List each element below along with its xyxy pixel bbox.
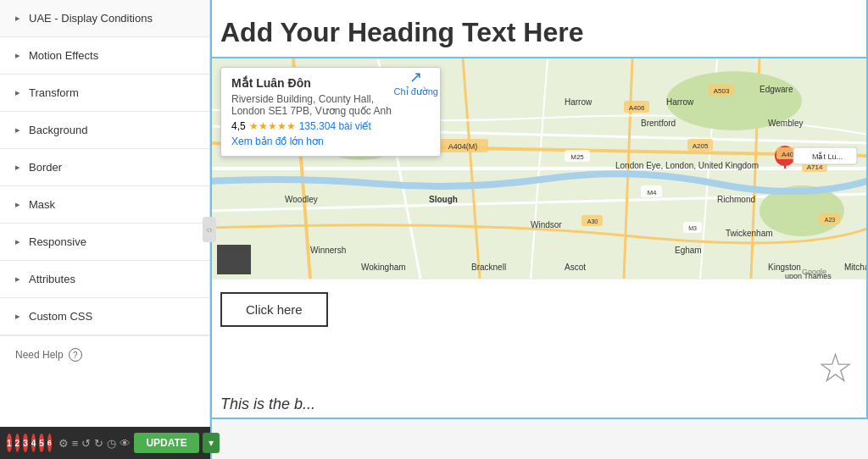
sidebar-item-label: UAE - Display Conditions xyxy=(29,12,153,25)
sidebar-item-label: Attributes xyxy=(29,273,75,285)
toolbar-badge-2[interactable]: 2 xyxy=(15,434,20,452)
page-area: Add Your Heading Text Here xyxy=(210,0,868,459)
svg-text:M25: M25 xyxy=(570,153,584,161)
settings-icon[interactable]: ⚙ xyxy=(58,434,69,452)
sidebar-item-background[interactable]: ▸ Background xyxy=(0,112,209,149)
heading-area: Add Your Heading Text Here xyxy=(212,0,866,58)
svg-text:Kingston: Kingston xyxy=(768,263,801,272)
svg-text:A23: A23 xyxy=(825,217,836,223)
click-here-button[interactable]: Click here xyxy=(220,292,328,327)
need-help-section[interactable]: Need Help ? xyxy=(0,335,209,373)
toolbar-badge-4[interactable]: 4 xyxy=(31,434,36,452)
chevron-icon: ▸ xyxy=(15,87,20,98)
map-link[interactable]: Xem bản đồ lớn hơn xyxy=(231,135,324,147)
svg-text:A205: A205 xyxy=(693,142,709,150)
help-icon[interactable]: ? xyxy=(69,348,82,362)
svg-text:Wembley: Wembley xyxy=(768,119,804,128)
button-area: Click here xyxy=(212,279,866,340)
undo-icon[interactable]: ↺ xyxy=(81,434,91,452)
directions-button[interactable]: ↗ Chỉ đường xyxy=(394,68,438,97)
sidebar-item-uae-display[interactable]: ▸ UAE - Display Conditions xyxy=(0,0,209,37)
map-container: A404(M) M25 M4 Slough Windsor Winnersh W… xyxy=(212,58,866,279)
chevron-icon: ▸ xyxy=(15,236,20,247)
main-content: Add Your Heading Text Here xyxy=(210,0,868,459)
sidebar-item-motion-effects[interactable]: ▸ Motion Effects xyxy=(0,37,209,75)
update-button[interactable]: UPDATE xyxy=(134,433,198,453)
svg-text:Mắt Lu...: Mắt Lu... xyxy=(812,152,843,161)
sidebar-item-label: Border xyxy=(29,161,62,174)
resize-handle[interactable]: ‹› xyxy=(203,217,216,242)
svg-text:London Eye, London, United Kin: London Eye, London, United Kingdom xyxy=(615,161,759,170)
svg-text:Slough: Slough xyxy=(429,195,458,204)
sidebar-item-label: Motion Effects xyxy=(29,49,98,62)
page-heading: Add Your Heading Text Here xyxy=(220,17,858,48)
svg-text:Mitcham: Mitcham xyxy=(844,263,866,272)
left-panel: ▸ UAE - Display Conditions ▸ Motion Effe… xyxy=(0,0,210,459)
star-area: ☆ xyxy=(212,340,866,395)
panel-scroll: ▸ UAE - Display Conditions ▸ Motion Effe… xyxy=(0,0,209,459)
svg-text:Ascot: Ascot xyxy=(565,263,586,272)
directions-icon: ↗ xyxy=(409,68,422,86)
chevron-icon: ▸ xyxy=(15,162,20,173)
toolbar-badge-1[interactable]: 1 xyxy=(7,434,12,452)
svg-text:Egham: Egham xyxy=(675,246,702,255)
bottom-toolbar: 1 2 3 4 5 6 ⚙ ≡ ↺ ↻ ◷ 👁 UPDATE ▾ xyxy=(0,427,210,459)
chevron-icon: ▸ xyxy=(15,13,20,24)
stars-icon: ★★★★★ xyxy=(249,120,296,132)
svg-rect-54 xyxy=(217,245,251,274)
popup-rating: 4,5 ★★★★★ 135.304 bài viết xyxy=(231,120,430,132)
review-link[interactable]: 135.304 bài viết xyxy=(299,120,371,132)
sidebar-item-label: Transform xyxy=(29,86,79,99)
sidebar-item-label: Mask xyxy=(29,198,55,211)
star-icon: ☆ xyxy=(817,344,854,391)
chevron-icon: ▸ xyxy=(15,199,20,210)
svg-text:M3: M3 xyxy=(688,225,697,231)
history-icon[interactable]: ◷ xyxy=(107,434,116,452)
directions-label: Chỉ đường xyxy=(394,86,438,97)
svg-text:Winnersh: Winnersh xyxy=(310,246,346,255)
svg-text:Richmond: Richmond xyxy=(717,195,755,204)
layers-icon[interactable]: ≡ xyxy=(72,434,79,452)
svg-text:Harrow: Harrow xyxy=(565,97,593,107)
sidebar-item-border[interactable]: ▸ Border xyxy=(0,149,209,186)
svg-text:A40: A40 xyxy=(782,151,794,158)
svg-text:A503: A503 xyxy=(714,87,730,95)
chevron-icon: ▸ xyxy=(15,274,20,285)
svg-text:Bracknell: Bracknell xyxy=(471,263,506,272)
svg-text:A406: A406 xyxy=(629,104,645,112)
svg-text:Brentford: Brentford xyxy=(641,119,676,128)
svg-text:A404(M): A404(M) xyxy=(448,142,478,151)
toolbar-badge-3[interactable]: 3 xyxy=(23,434,28,452)
svg-text:Woodley: Woodley xyxy=(285,195,318,204)
sidebar-item-label: Responsive xyxy=(29,235,86,248)
chevron-icon: ▸ xyxy=(15,311,20,322)
sidebar-item-attributes[interactable]: ▸ Attributes xyxy=(0,261,209,298)
chevron-icon: ▸ xyxy=(15,50,20,61)
sidebar-item-mask[interactable]: ▸ Mask xyxy=(0,186,209,224)
sidebar-item-label: Custom CSS xyxy=(29,310,92,323)
svg-text:M4: M4 xyxy=(647,189,657,196)
svg-text:Harrow: Harrow xyxy=(666,97,694,107)
toolbar-badge-6[interactable]: 6 xyxy=(47,434,52,452)
need-help-label: Need Help xyxy=(15,349,64,361)
redo-icon[interactable]: ↻ xyxy=(94,434,103,452)
svg-text:A30: A30 xyxy=(587,218,598,224)
svg-text:Wokingham: Wokingham xyxy=(361,263,406,272)
map-popup: Mắt Luân Đôn Riverside Building, County … xyxy=(220,67,441,157)
update-arrow-button[interactable]: ▾ xyxy=(203,433,220,453)
eye-icon[interactable]: 👁 xyxy=(120,434,131,452)
sidebar-item-custom-css[interactable]: ▸ Custom CSS xyxy=(0,298,209,335)
rating-value: 4,5 xyxy=(231,120,246,132)
sidebar-item-label: Background xyxy=(29,124,87,136)
svg-text:Google: Google xyxy=(802,268,826,276)
chevron-icon: ▸ xyxy=(15,124,20,135)
bottom-text: This is the b... xyxy=(212,395,866,418)
sidebar-item-responsive[interactable]: ▸ Responsive xyxy=(0,224,209,261)
svg-text:Edgware: Edgware xyxy=(760,85,793,94)
svg-text:Windsor: Windsor xyxy=(531,220,562,230)
content-wrapper: Add Your Heading Text Here xyxy=(210,0,868,419)
svg-text:Twickenham: Twickenham xyxy=(726,229,773,238)
toolbar-badge-5[interactable]: 5 xyxy=(39,434,44,452)
sidebar-item-transform[interactable]: ▸ Transform xyxy=(0,75,209,112)
